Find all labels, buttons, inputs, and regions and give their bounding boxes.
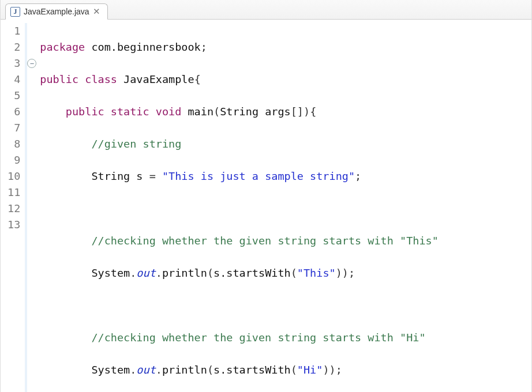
line-number: 10 bbox=[8, 168, 23, 184]
code-text[interactable]: package com.beginnersbook; public class … bbox=[36, 23, 531, 392]
editor-tab-active[interactable]: J JavaExample.java ✕ bbox=[5, 3, 108, 20]
line-number: 3 bbox=[8, 55, 23, 71]
close-icon[interactable]: ✕ bbox=[93, 6, 100, 17]
line-number: 6 bbox=[8, 104, 23, 120]
line-number: 8 bbox=[8, 136, 23, 152]
line-number: 1 bbox=[8, 23, 23, 39]
line-number: 11 bbox=[8, 184, 23, 201]
line-number: 7 bbox=[8, 120, 23, 136]
line-number: 12 bbox=[8, 201, 23, 217]
fold-collapse-icon[interactable]: − bbox=[27, 59, 36, 68]
editor-tab-label: JavaExample.java bbox=[24, 7, 89, 16]
java-file-icon: J bbox=[10, 7, 20, 17]
line-number: 2 bbox=[8, 39, 23, 55]
line-number: 9 bbox=[8, 152, 23, 168]
line-number-gutter: 1 2 3 4 5 6 7 8 9 10 11 12 13 bbox=[1, 23, 25, 392]
code-area[interactable]: 1 2 3 4 5 6 7 8 9 10 11 12 13 − package … bbox=[1, 20, 531, 392]
line-number: 13 bbox=[8, 217, 23, 233]
editor-tab-bar: J JavaExample.java ✕ bbox=[1, 0, 531, 20]
editor-panel: J JavaExample.java ✕ 1 2 3 4 5 6 7 8 9 1… bbox=[0, 0, 532, 392]
fold-strip: − bbox=[25, 23, 36, 392]
line-number: 4 bbox=[8, 71, 23, 88]
line-number: 5 bbox=[8, 88, 23, 104]
